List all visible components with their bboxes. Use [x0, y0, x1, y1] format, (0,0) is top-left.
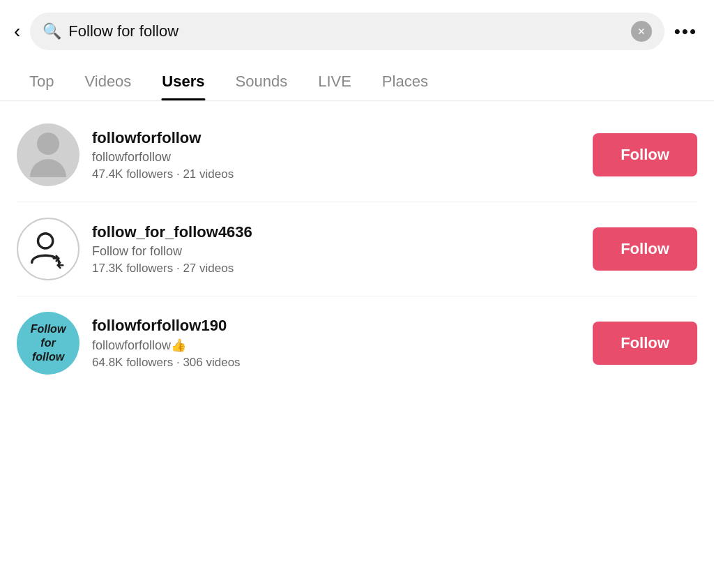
- user-list: followforfollow followforfollow 47.4K fo…: [0, 101, 714, 397]
- username[interactable]: followforfollow: [92, 129, 580, 147]
- follow-button[interactable]: Follow: [593, 133, 697, 176]
- user-info: followforfollow190 followforfollow👍 64.8…: [92, 317, 580, 370]
- display-name: followforfollow: [92, 150, 580, 165]
- display-name: Follow for follow: [92, 244, 580, 259]
- more-button[interactable]: •••: [674, 21, 697, 43]
- header: ‹ 🔍 Follow for follow •••: [0, 0, 714, 60]
- tab-sounds[interactable]: Sounds: [220, 60, 303, 100]
- svg-point-0: [38, 234, 52, 248]
- back-button[interactable]: ‹: [14, 22, 20, 41]
- follow-button[interactable]: Follow: [593, 227, 697, 271]
- search-input[interactable]: Follow for follow: [68, 22, 623, 40]
- list-item: followforfollow followforfollow 47.4K fo…: [0, 108, 714, 202]
- user-stats: 17.3K followers · 27 videos: [92, 262, 580, 276]
- person-body: [30, 159, 66, 177]
- search-icon: 🔍: [43, 22, 61, 40]
- tab-top[interactable]: Top: [14, 60, 69, 100]
- tab-videos[interactable]: Videos: [69, 60, 146, 100]
- tab-places[interactable]: Places: [367, 60, 443, 100]
- list-item: Followforfollow followforfollow190 follo…: [0, 296, 714, 390]
- user-stats: 47.4K followers · 21 videos: [92, 167, 580, 181]
- person-icon: [30, 133, 66, 177]
- clear-button[interactable]: [631, 21, 652, 42]
- search-bar[interactable]: 🔍 Follow for follow: [30, 13, 664, 50]
- person-head: [37, 133, 59, 155]
- tabs-bar: Top Videos Users Sounds LIVE Places: [0, 60, 714, 101]
- list-item: follow_for_follow4636 Follow for follow …: [0, 202, 714, 296]
- tab-live[interactable]: LIVE: [303, 60, 367, 100]
- display-name: followforfollow👍: [92, 338, 580, 353]
- user-info: followforfollow followforfollow 47.4K fo…: [92, 129, 580, 181]
- avatar: Followforfollow: [17, 312, 79, 375]
- avatar: [17, 218, 79, 280]
- avatar-svg: [26, 227, 70, 271]
- username[interactable]: followforfollow190: [92, 317, 580, 335]
- follow-button[interactable]: Follow: [593, 322, 697, 365]
- user-info: follow_for_follow4636 Follow for follow …: [92, 223, 580, 276]
- avatar-text: Followforfollow: [26, 322, 70, 364]
- user-stats: 64.8K followers · 306 videos: [92, 356, 580, 370]
- tab-users[interactable]: Users: [146, 60, 220, 100]
- avatar: [17, 123, 79, 186]
- username[interactable]: follow_for_follow4636: [92, 223, 580, 241]
